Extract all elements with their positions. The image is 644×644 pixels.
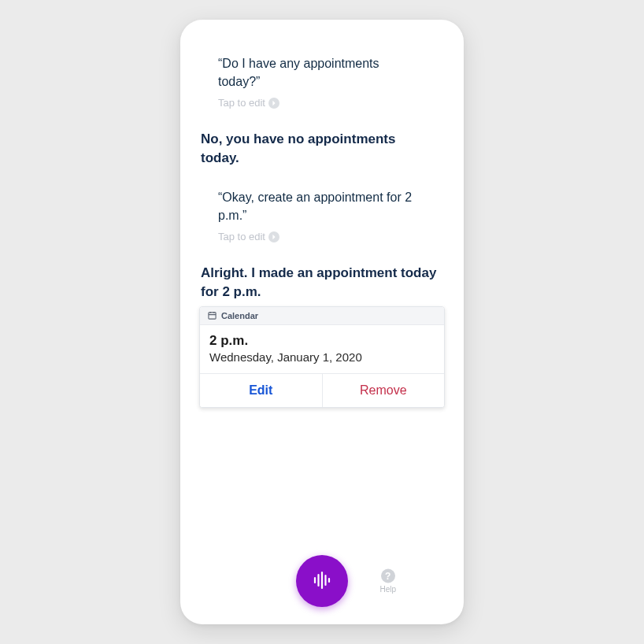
calendar-card-actions: Edit Remove [200, 373, 444, 407]
conversation-scroll: “Do I have any appointments today?” Tap … [180, 20, 464, 538]
calendar-card: Calendar 2 p.m. Wednesday, January 1, 20… [199, 306, 445, 408]
help-label: Help [379, 585, 396, 594]
voice-button[interactable] [296, 555, 348, 607]
calendar-card-header: Calendar [200, 307, 444, 325]
user-message-2: “Okay, create an appointment for 2 p.m.”… [218, 188, 443, 243]
help-button[interactable]: ? Help [379, 569, 396, 594]
bottom-bar: ? Help [180, 538, 464, 624]
calendar-card-header-label: Calendar [221, 311, 258, 320]
tap-to-edit-2[interactable]: Tap to edit [218, 231, 279, 242]
chevron-right-icon [268, 98, 279, 109]
tap-to-edit-label: Tap to edit [218, 231, 265, 242]
assistant-message-2: Alright. I made an appointment today for… [201, 264, 437, 302]
help-icon: ? [381, 569, 395, 583]
calendar-icon [208, 311, 217, 320]
edit-button[interactable]: Edit [200, 374, 322, 407]
waveform-icon [310, 568, 334, 594]
tap-to-edit-label: Tap to edit [218, 97, 265, 109]
assistant-message-1: No, you have no appointments today. [201, 130, 437, 168]
user-message-text: “Okay, create an appointment for 2 p.m.” [218, 188, 415, 224]
appointment-time: 2 p.m. [209, 333, 435, 349]
remove-button[interactable]: Remove [322, 374, 445, 407]
tap-to-edit-1[interactable]: Tap to edit [218, 97, 279, 109]
user-message-1: “Do I have any appointments today?” Tap … [218, 54, 443, 109]
appointment-date: Wednesday, January 1, 2020 [209, 350, 435, 364]
calendar-card-body: 2 p.m. Wednesday, January 1, 2020 [200, 325, 444, 373]
chevron-right-icon [268, 231, 279, 242]
svg-rect-0 [209, 313, 216, 319]
phone-frame: “Do I have any appointments today?” Tap … [180, 20, 464, 624]
user-message-text: “Do I have any appointments today?” [218, 54, 415, 91]
